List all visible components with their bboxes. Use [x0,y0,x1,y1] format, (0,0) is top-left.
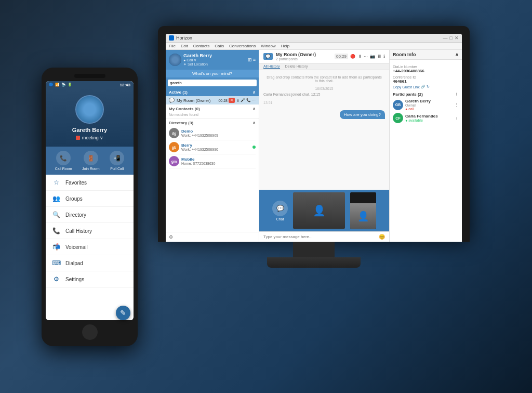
phone: 🔵📶📡🔋 12:43 Gareth Berry meeting ∨ 📞 [42,68,138,346]
phone-frame: 🔵📶📡🔋 12:43 Gareth Berry meeting ∨ 📞 [42,68,138,346]
left-panel: Gareth Berry ● Call ∨ ✦ Set Location ⊞ ≡… [166,50,259,242]
message-input-bar: 😊 [259,231,389,242]
mic-icon[interactable]: 🎤 [241,98,245,102]
contacts-header: My Contacts (0) ∧ [169,106,256,112]
conference-label: Conference ID [393,75,459,79]
directory-header: Directory (3) ∧ [169,120,256,126]
phone-home-button[interactable] [82,324,98,340]
phone-meeting-label: meeting ∨ [82,135,104,140]
maximize-button[interactable]: □ [450,35,453,41]
drag-hint: Drag and drop contacts from the contact … [263,73,385,85]
participant-avatar-cf: CF [393,113,403,123]
contact-indicator-demo [252,132,256,135]
contact-item-berry[interactable]: gb Berry Work: +441932508990 [169,140,256,154]
nav-item-groups[interactable]: 👥 Groups [46,191,134,207]
monitor: Horizon — □ ✕ File Edit Contacts Calls C… [158,26,470,268]
active-collapse[interactable]: ∧ [252,90,256,95]
menu-edit[interactable]: Edit [181,44,188,48]
contact-phone-mobile: Home: 07725638630 [181,162,250,165]
menu-contacts[interactable]: Contacts [193,44,210,48]
chat-video-btn[interactable]: 💬 Chat [272,201,288,221]
chat-more-button[interactable]: ⋯ [364,54,368,59]
pause-chat-button[interactable]: ⏸ [357,54,362,59]
joined-message: Carla Fernandes joined chat. 12:15 [263,93,385,96]
copy-guest-link[interactable]: Copy Guest Link 🔗 ↻ [393,85,459,89]
call-room-icon: 📞 [56,151,71,165]
titlebar-left: Horizon [169,35,192,41]
contact-avatar-mobile: gm [169,156,179,166]
info-button[interactable]: ℹ [383,54,385,59]
contact-item-demo[interactable]: dg Demo Work: +441932508969 [169,126,256,140]
pull-call-label: Pull Call [110,167,124,171]
contacts-expand[interactable]: ∧ [252,107,256,111]
participant-info-gb: Gareth Berry Owner ● call [405,99,453,111]
emoji-button[interactable]: 😊 [379,234,385,240]
menu-calls[interactable]: Calls [215,44,224,48]
user-status[interactable]: ● Call ∨ [183,58,246,62]
call-room-label: Call Room [55,167,72,171]
history-tab-all[interactable]: All History [263,64,280,69]
contact-phone-berry: Work: +441932508990 [181,148,250,151]
join-room-icon: 🚪 [84,151,98,165]
app-menubar: File Edit Contacts Calls Conversations W… [166,43,462,50]
screen-share-button[interactable]: 🖥 [377,54,381,59]
end-call-button[interactable]: ✕ [229,98,235,103]
phone-status-bar: 🔵📶📡🔋 12:43 [46,81,134,89]
favorites-icon: ☆ [52,179,60,186]
participant-info-cf: Carla Fernandes ● available [405,114,453,122]
nav-item-voicemail[interactable]: 📬 Voicemail [46,239,134,255]
nav-item-directory[interactable]: 🔍 Directory [46,207,134,223]
close-button[interactable]: ✕ [455,35,459,41]
directory-icon: 🔍 [52,211,60,218]
menu-conversations[interactable]: Conversations [229,44,256,48]
video-button[interactable]: 📷 [370,54,375,59]
mute-button[interactable]: 🔴 [350,54,355,59]
quick-action-pull-call[interactable]: 📲 Pull Call [110,151,124,171]
participants-more[interactable]: ⋮ [455,92,459,97]
options-button[interactable]: ≡ [253,57,256,62]
history-tab-delete[interactable]: Delete History [285,64,308,69]
menu-file[interactable]: File [169,44,176,48]
quick-action-join-room[interactable]: 🚪 Join Room [82,151,99,171]
fab-icon: ✎ [120,309,126,317]
timer-display: 00:28 [218,99,228,102]
phone-icon[interactable]: 📞 [246,98,251,102]
dial-in-number: +44-2036408866 [393,69,459,73]
pause-icon[interactable]: ⏸ [236,99,240,102]
directory-expand[interactable]: ∧ [252,121,256,125]
nav-item-call-history[interactable]: 📞 Call History [46,223,134,239]
directory-nav-label: Directory [65,212,86,218]
directory-section: Directory (3) ∧ dg Demo Work: +441932508… [166,119,259,169]
phone-meeting-badge[interactable]: meeting ∨ [76,135,104,140]
minimize-button[interactable]: — [443,35,448,41]
chat-timer: 00:29 [335,54,348,59]
room-info-collapse[interactable]: ∧ [455,52,459,57]
status-text: What's on your mind? [192,71,232,76]
fab-button[interactable]: ✎ [116,306,130,320]
contact-item-mobile[interactable]: gm Mobile Home: 07725638630 [169,154,256,168]
participant-options-gb[interactable]: ⋮ [455,102,459,107]
app-titlebar: Horizon — □ ✕ [166,34,462,43]
search-input[interactable] [168,80,257,86]
nav-item-settings[interactable]: ⚙ Settings [46,271,134,287]
directory-label: Directory (3) [169,121,193,125]
phone-quick-actions: 📞 Call Room 🚪 Join Room 📲 Pull Call [46,147,134,175]
active-label: Active (1) [169,90,188,95]
settings-bar[interactable]: ⚙ [166,232,259,242]
message-input[interactable] [263,234,379,239]
status-bar[interactable]: What's on your mind? [166,70,259,77]
add-button[interactable]: ⊞ [248,57,252,62]
menu-window[interactable]: Window [261,44,275,48]
app-logo-icon [169,35,174,41]
quick-action-call-room[interactable]: 📞 Call Room [55,151,72,171]
settings-label: Settings [65,277,84,282]
contact-phone-demo: Work: +441932508969 [181,134,250,137]
user-location[interactable]: ✦ Set Location [183,62,246,67]
more-icon[interactable]: ⋯ [252,98,256,102]
menu-help[interactable]: Help [281,44,289,48]
my-room-item[interactable]: 💬 My Room (Owner) 00:28 ✕ ⏸ 🎤 📞 ⋯ [166,96,259,104]
nav-item-favorites[interactable]: ☆ Favorites [46,175,134,191]
nav-item-dialpad[interactable]: ⌨ Dialpad [46,255,134,271]
participant-options-cf[interactable]: ⋮ [455,116,459,121]
contact-avatar-berry: gb [169,142,179,152]
